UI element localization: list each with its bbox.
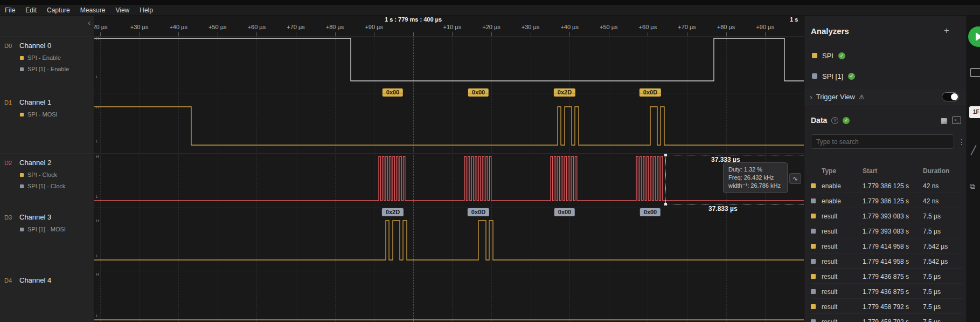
table-view-icon[interactable]: ▦ <box>941 116 948 125</box>
decoded-byte-badge[interactable]: 0x00 <box>640 208 661 216</box>
data-search-row: ⋮ <box>811 134 962 149</box>
analyzer-item-spi-1-[interactable]: SPI [1] ✓ <box>812 71 855 81</box>
cell-start: 1.779 386 125 s <box>863 197 923 205</box>
channel-label-d3[interactable]: D3 Channel 3 SPI [1] - MOSI <box>0 208 94 271</box>
channel-label-d2[interactable]: D2 Channel 2 SPI - Clock SPI [1] - Clock <box>0 153 94 208</box>
waveform-d0[interactable]: H L <box>94 36 804 93</box>
waveform-area[interactable]: 1 s : 779 ms : 400 µs 1 s 20 µs+30 µs+40… <box>94 16 804 322</box>
collapse-panel-icon[interactable]: ‹ <box>88 19 91 26</box>
ruler-tick <box>765 32 766 36</box>
analyzer-color-chip <box>20 113 24 117</box>
timeline-ruler[interactable]: 1 s : 779 ms : 400 µs 1 s 20 µs+30 µs+40… <box>94 16 804 36</box>
ruler-tick <box>178 32 179 36</box>
cell-duration: 7.5 µs <box>923 273 963 280</box>
row-color-chip <box>811 183 816 188</box>
data-table-row[interactable]: result 1.779 458 792 s 7.5 µs <box>811 315 963 322</box>
level-low-label: L <box>96 194 98 199</box>
waveform-d3[interactable]: H L0x2D0x0D0x000x00 <box>94 208 804 271</box>
menu-item-view[interactable]: View <box>115 6 129 14</box>
data-section-header: Data ? ✓ ▦ >_ <box>811 116 961 125</box>
channel-id: D4 <box>4 277 14 284</box>
menu-item-capture[interactable]: Capture <box>47 6 70 14</box>
data-table-row[interactable]: result 1.779 393 083 s 7.5 µs <box>811 224 963 238</box>
analyzer-item-spi[interactable]: SPI ✓ <box>812 50 845 61</box>
analyzer-label-text: SPI - MOSI <box>27 111 58 118</box>
measurements-icon[interactable]: ╱ <box>971 145 976 155</box>
waveform-trace <box>94 153 804 208</box>
trigger-view-row[interactable]: › Trigger View ⚠ <box>804 89 967 105</box>
menu-item-edit[interactable]: Edit <box>25 6 37 14</box>
badge-1f[interactable]: 1F <box>969 106 980 118</box>
cell-type: result <box>822 213 863 220</box>
measurement-expand-button[interactable]: ∿ <box>789 173 801 184</box>
data-table-row[interactable]: result 1.779 436 875 s 7.5 µs <box>811 285 963 299</box>
channel-analyzer-label: SPI [1] - MOSI <box>20 226 89 232</box>
channel-id: D0 <box>4 43 14 49</box>
channel-title: D4 Channel 4 <box>4 276 89 284</box>
waveform-d1[interactable]: H L0x000x000x2D0x0D <box>94 93 804 153</box>
ruler-major-label: 1 s : 779 ms : 400 µs <box>385 16 442 23</box>
channel-id: D3 <box>4 214 14 221</box>
cell-start: 1.779 458 792 s <box>863 318 923 322</box>
annotations-icon[interactable]: ⧉ <box>970 182 975 191</box>
data-table-row[interactable]: enable 1.779 386 125 s 42 ns <box>811 194 963 208</box>
column-start[interactable]: Start <box>863 167 923 175</box>
data-table-row[interactable]: result 1.779 414 958 s 7.542 µs <box>811 239 963 254</box>
decoded-byte-badge[interactable]: 0x0D <box>468 208 489 216</box>
menu-item-file[interactable]: File <box>5 6 15 14</box>
row-color-chip <box>811 304 816 309</box>
row-color-chip <box>811 229 816 234</box>
add-analyzer-button[interactable]: + <box>944 25 949 36</box>
row-color-chip <box>811 289 816 294</box>
menu-item-help[interactable]: Help <box>140 6 153 14</box>
data-table-row[interactable]: result 1.779 393 083 s 7.5 µs <box>811 209 963 223</box>
chevron-right-icon: › <box>810 93 812 101</box>
analyzer-label-text: SPI - Enable <box>27 54 61 61</box>
waveform-d2[interactable]: H L <box>94 153 804 208</box>
menu-item-measure[interactable]: Measure <box>80 6 106 14</box>
channel-label-d4[interactable]: D4 Channel 4 <box>0 271 94 322</box>
ruler-tick <box>609 32 609 36</box>
terminal-view-icon[interactable]: >_ <box>952 117 961 124</box>
ruler-tick <box>452 32 453 36</box>
waveform-rows: H L H L0x000x000x2D0x0D H L H L0x2D0x0D0… <box>94 16 804 322</box>
cell-start: 1.779 436 875 s <box>863 273 923 280</box>
trigger-view-toggle[interactable] <box>942 92 959 101</box>
cell-type: result <box>822 288 863 296</box>
data-search-input[interactable] <box>811 134 954 149</box>
data-table-header: Type Start Duration <box>811 166 963 176</box>
play-icon <box>976 32 980 41</box>
channel-analyzer-label: SPI - Enable <box>20 54 89 61</box>
data-table-row[interactable]: enable 1.779 386 125 s 42 ns <box>811 179 963 193</box>
ruler-tick-label: +50 µs <box>208 24 227 30</box>
channel-name: Channel 4 <box>19 276 51 284</box>
decoded-byte-badge[interactable]: 0x2D <box>382 208 404 216</box>
channel-title: D2 Channel 2 <box>4 159 89 167</box>
data-table-row[interactable]: result 1.779 436 875 s 7.5 µs <box>811 270 963 284</box>
row-color-chip <box>811 198 816 203</box>
decoded-byte-badge[interactable]: 0x00 <box>554 208 575 216</box>
ruler-tick <box>218 32 218 36</box>
column-duration[interactable]: Duration <box>923 167 963 175</box>
device-icon[interactable] <box>970 68 980 77</box>
cell-duration: 7.5 µs <box>923 288 963 296</box>
ruler-tick-label: +80 µs <box>717 24 735 30</box>
channel-analyzer-label: SPI [1] - Clock <box>20 183 89 189</box>
ruler-tick <box>374 32 374 36</box>
channel-label-d1[interactable]: D1 Channel 1 SPI - MOSI <box>0 93 94 153</box>
channel-analyzer-label: SPI [1] - Enable <box>20 66 89 72</box>
waveform-d4[interactable]: H L <box>94 271 804 322</box>
ruler-tick-label: +40 µs <box>560 24 579 30</box>
analyzer-color-chip <box>20 67 24 71</box>
data-table-row[interactable]: result 1.779 414 958 s 7.542 µs <box>811 255 963 269</box>
ruler-tick-label: +50 µs <box>600 24 618 30</box>
data-table-row[interactable]: result 1.779 458 792 s 7.5 µs <box>811 300 963 314</box>
start-capture-button[interactable] <box>968 26 980 47</box>
check-icon: ✓ <box>838 52 845 59</box>
channel-label-d0[interactable]: D0 Channel 0 SPI - Enable SPI [1] - Enab… <box>0 36 94 93</box>
analyzer-color-chip <box>812 53 817 58</box>
help-icon[interactable]: ? <box>831 117 838 124</box>
cell-duration: 7.542 µs <box>923 258 963 265</box>
column-type[interactable]: Type <box>822 167 863 175</box>
more-options-icon[interactable]: ⋮ <box>958 138 962 146</box>
